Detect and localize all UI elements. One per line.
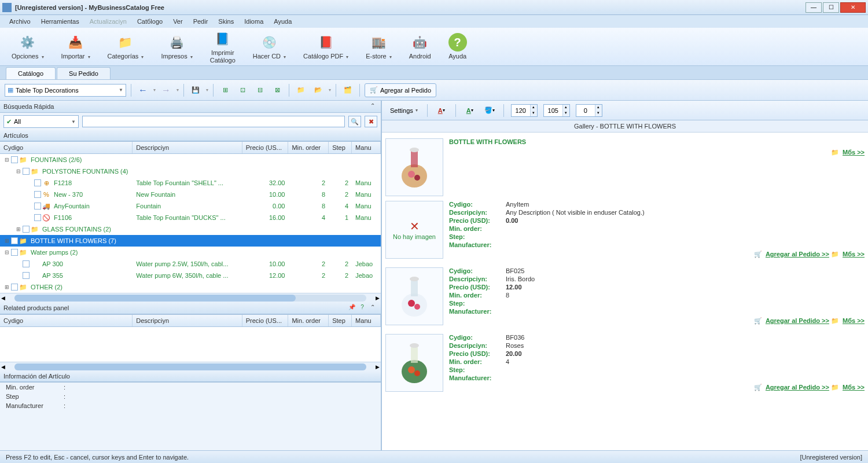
checkbox[interactable] (11, 284, 18, 291)
tree-folder[interactable]: ⊟📁Water pumps (2) (0, 247, 381, 258)
spin-third-input[interactable] (576, 105, 595, 116)
add-to-order-button[interactable]: 🛒 Agregar al Pedido (365, 83, 436, 97)
tree-item[interactable]: %New - 370New Fountain10.0082Manu (0, 189, 381, 200)
ribbon-catálogo-pdf[interactable]: 📕Catálogo PDF ▾ (303, 33, 348, 60)
grid-new-button[interactable]: ⊞ (218, 83, 232, 97)
checkbox[interactable] (11, 237, 18, 244)
search-filter-combo[interactable]: ✔ All ▼ (3, 115, 79, 128)
spin-width[interactable]: ▴▾ (511, 104, 538, 117)
gallery-thumbnail[interactable]: ✕No hay imagen (385, 201, 443, 259)
tree-item[interactable]: ⊕F1218Table Top Fountain "SHELL" ...32.0… (0, 177, 381, 189)
spin-width-input[interactable] (512, 105, 530, 116)
menu-ver[interactable]: Ver (168, 17, 187, 26)
expand-icon[interactable]: ⊟ (3, 157, 10, 163)
col-manu[interactable]: Manu (352, 142, 381, 153)
tab-catálogo[interactable]: Catálogo (6, 67, 56, 79)
articles-tree-grid[interactable]: ⊟📁FOUNTAINS (2/6)⊟📁POLYSTONE FOUNTAINS (… (0, 154, 381, 293)
checkbox[interactable] (11, 156, 18, 163)
tree-item[interactable]: 🚚AnyFountainFountain0.0084Manu (0, 200, 381, 212)
checkbox[interactable] (23, 226, 30, 233)
ribbon-imprimir[interactable]: 📘ImprimirCatálogo (210, 30, 236, 63)
gallery-thumbnail[interactable] (385, 138, 443, 196)
menu-skins[interactable]: Skins (214, 17, 238, 26)
checkbox[interactable] (34, 214, 41, 221)
tree-item[interactable]: 🚫F1106Table Top Fountain "DUCKS" ...16.0… (0, 212, 381, 223)
ribbon-categorías[interactable]: 📁Categorías ▾ (108, 33, 144, 60)
expand-icon[interactable]: ⊟ (15, 168, 21, 174)
forward-button[interactable]: → (159, 83, 173, 97)
tree-folder[interactable]: ⊟📁FOUNTAINS (2/6) (0, 154, 381, 166)
expand-icon[interactable]: ⊞ (3, 284, 10, 290)
add-to-order-link[interactable]: Agregar al Pedido >> (766, 251, 829, 258)
save-button[interactable]: 💾 (189, 83, 203, 97)
checkbox[interactable] (34, 203, 41, 210)
collapse-up-icon[interactable]: ⌃ (368, 102, 377, 111)
grid-delete-button[interactable]: ⊠ (270, 83, 284, 97)
expand-icon[interactable]: ⊞ (15, 226, 21, 232)
font-color2-button[interactable]: A▾ (463, 104, 477, 117)
grid-copy-button[interactable]: ⊟ (253, 83, 267, 97)
more-link[interactable]: Mбs >> (843, 317, 865, 324)
expand-icon[interactable]: ⊞ (3, 238, 10, 244)
maximize-button[interactable]: ☐ (823, 2, 839, 13)
ribbon-opciones[interactable]: ⚙️Opciones ▾ (12, 33, 44, 60)
ribbon-ayuda[interactable]: ?Ayuda (448, 33, 467, 60)
menu-catбlogo[interactable]: Catбlogo (133, 17, 167, 26)
expand-icon[interactable]: ⊟ (3, 249, 10, 255)
tree-folder[interactable]: ⊟📁POLYSTONE FOUNTAINS (4) (0, 166, 381, 177)
ribbon-impresos[interactable]: 🖨️Impresos ▾ (161, 33, 192, 60)
help-icon[interactable]: ? (358, 304, 367, 312)
gallery-thumbnail[interactable] (385, 334, 443, 392)
more-link[interactable]: Mбs >> (843, 384, 865, 391)
fill-color-button[interactable]: 🪣▾ (483, 104, 496, 117)
menu-herramientas[interactable]: Herramientas (36, 17, 84, 26)
spin-height-input[interactable] (544, 105, 562, 116)
tree-item[interactable]: AP 300Water pump 2.5W, 150l/h, cabl...10… (0, 258, 381, 270)
gallery-thumbnail[interactable] (385, 267, 443, 325)
pin-icon[interactable]: 📌 (347, 304, 356, 312)
ribbon-e-store[interactable]: 🏬E-store ▾ (366, 33, 392, 60)
menu-idioma[interactable]: Idioma (240, 17, 268, 26)
more-link[interactable]: Mбs >> (843, 149, 865, 156)
spin-height[interactable]: ▴▾ (543, 104, 570, 117)
col-code[interactable]: Cуdigo (0, 315, 133, 326)
menu-ayuda[interactable]: Ayuda (269, 17, 296, 26)
col-price[interactable]: Precio (US... (242, 315, 289, 326)
ribbon-importar[interactable]: 📥Importar ▾ (61, 33, 90, 60)
font-color-button[interactable]: A▾ (435, 104, 448, 117)
gallery-list[interactable]: BOTTLE WITH FLOWERS📁Mбs >>✕No hay imagen… (382, 133, 868, 450)
tab-su-pedido[interactable]: Su Pedido (57, 67, 111, 79)
col-min[interactable]: Min. order (288, 315, 329, 326)
folder-action1-button[interactable]: 📁 (294, 83, 308, 97)
tree-item[interactable]: AP 355Water pump 6W, 350l/h, cable ...12… (0, 270, 381, 281)
ribbon-android[interactable]: 🤖Android (409, 33, 431, 60)
menu-pedir[interactable]: Pedir (189, 17, 213, 26)
add-to-order-link[interactable]: Agregar al Pedido >> (766, 317, 829, 324)
add-to-order-link[interactable]: Agregar al Pedido >> (766, 384, 829, 391)
checkbox[interactable] (34, 191, 41, 198)
articles-hscroll[interactable]: ◀ ▶ (0, 293, 381, 302)
search-clear-button[interactable]: ✖ (365, 116, 377, 127)
tree-folder[interactable]: ⊞📁OTHER (2) (0, 281, 381, 293)
ribbon-hacer-cd[interactable]: 💿Hacer CD ▾ (253, 33, 286, 60)
spin-third[interactable]: ▴▾ (576, 104, 602, 117)
collapse-icon[interactable]: ⌃ (368, 304, 377, 312)
col-step[interactable]: Step (329, 142, 352, 153)
search-input[interactable] (82, 116, 345, 127)
col-step[interactable]: Step (329, 315, 352, 326)
related-hscroll[interactable]: ◀ ▶ (0, 362, 381, 371)
tree-folder[interactable]: ⊞📁BOTTLE WITH FLOWERS (7) (0, 235, 381, 247)
misc-button[interactable]: 🗂️ (341, 83, 355, 97)
grid-edit-button[interactable]: ⊡ (236, 83, 249, 97)
more-link[interactable]: Mбs >> (843, 251, 865, 258)
checkbox[interactable] (23, 272, 30, 279)
col-price[interactable]: Precio (US... (242, 142, 289, 153)
settings-dropdown[interactable]: Settings ▾ (388, 104, 420, 117)
col-desc[interactable]: Descripciуn (133, 142, 242, 153)
col-min[interactable]: Min. order (288, 142, 329, 153)
col-desc[interactable]: Descripciуn (133, 315, 242, 326)
checkbox[interactable] (11, 249, 18, 256)
col-code[interactable]: Cуdigo (0, 142, 133, 153)
search-go-button[interactable]: 🔍 (348, 116, 361, 127)
category-combo[interactable]: ▦ Table Top Decorations ▼ (5, 84, 126, 97)
